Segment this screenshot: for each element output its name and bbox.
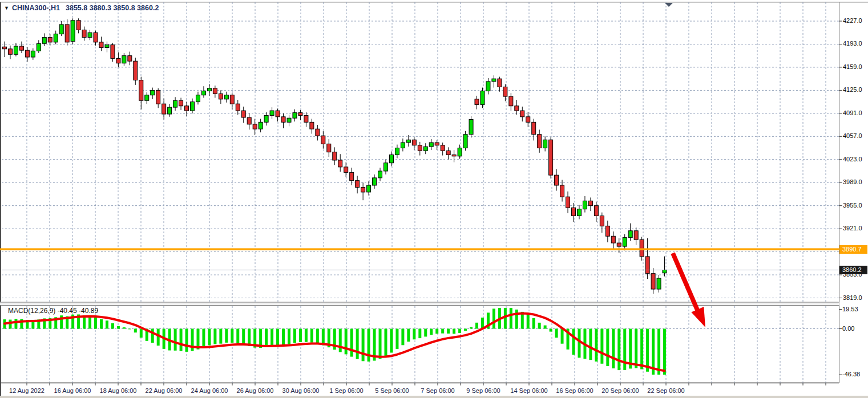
time-axis-label: 24 Aug 06:00 [184,387,235,394]
macd-tick-label: -46.38 [842,371,860,377]
window-bottom-edge [0,396,868,398]
price-tick-label: 3955.0 [843,202,862,209]
time-axis-label: 22 Sep 06:00 [641,387,691,394]
symbol-period-label: CHINA300-,H1 [12,4,60,12]
symbol-dropdown-icon[interactable]: ▼ [4,5,9,11]
chart-window[interactable]: ▼CHINA300-,H13855.8 3880.3 3850.8 3860.2… [0,0,868,398]
price-tick-label: 3819.0 [843,294,862,301]
ohlc-values: 3855.8 3880.3 3850.8 3860.2 [66,4,159,12]
time-axis-label: 9 Sep 06:00 [458,387,508,394]
price-tick-label: 4091.0 [843,109,862,116]
time-axis-label: 22 Aug 06:00 [139,387,189,394]
chart-canvas[interactable] [0,0,868,398]
time-axis-label: 26 Aug 06:00 [230,387,280,394]
time-axis-label: 14 Sep 06:00 [504,387,554,394]
macd-tick-label: 19.53 [842,306,858,312]
price-tick-label: 4057.0 [843,132,862,139]
time-axis-label: 20 Sep 06:00 [595,387,645,394]
time-axis-label: 16 Sep 06:00 [550,387,600,394]
price-tick-label: 4159.0 [843,63,862,70]
chart-title: ▼CHINA300-,H13855.8 3880.3 3850.8 3860.2 [4,4,159,12]
time-axis-label: 5 Sep 06:00 [367,387,417,394]
price-tick-label: 4227.0 [843,17,862,24]
time-axis-label: 16 Aug 06:00 [47,387,98,394]
time-axis-label: 1 Sep 06:00 [321,387,372,394]
macd-tick-label: 0.00 [842,325,854,332]
orange-level-price-label: 3890.7 [839,245,867,254]
time-axis-label: 7 Sep 06:00 [413,387,463,394]
macd-indicator-label: MACD(12,26,9) -40.45 -40.89 [8,307,98,315]
price-tick-label: 4023.0 [843,156,862,163]
time-axis-label: 12 Aug 2022 [2,387,52,394]
bid-price-label: 3860.2 [839,266,867,274]
price-tick-label: 4193.0 [843,40,862,47]
time-axis-label: 18 Aug 06:00 [93,387,143,394]
price-tick-label: 3921.0 [843,225,862,232]
price-tick-label: 3989.0 [843,178,862,185]
time-axis-label: 30 Aug 06:00 [276,387,326,394]
price-tick-label: 4125.0 [843,86,862,93]
